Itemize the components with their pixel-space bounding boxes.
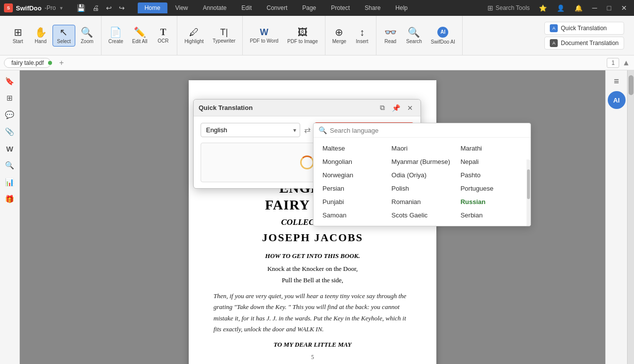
lang-item-myanmar-(burmese)[interactable]: Myanmar (Burmese) — [387, 155, 456, 168]
hand-button[interactable]: ✋ Hand — [30, 25, 52, 46]
menu-tab-share[interactable]: Share — [358, 2, 387, 13]
lang-item-nepali[interactable]: Nepali — [457, 155, 526, 168]
menu-tab-protect[interactable]: Protect — [324, 2, 357, 13]
menu-tab-edit[interactable]: Edit — [235, 2, 259, 13]
file-status-dot — [48, 61, 52, 65]
scroll-up-btn[interactable]: ▲ — [622, 58, 630, 67]
lang-item-serbian[interactable]: Serbian — [457, 208, 526, 222]
save-icon[interactable]: 💾 — [74, 3, 88, 13]
pdf-page-number: 5 — [213, 354, 412, 361]
lang-item-norwegian[interactable]: Norwegian — [318, 168, 387, 182]
menu-tab-annotate[interactable]: Annotate — [196, 2, 233, 13]
swifdoo-ai-button[interactable]: AI SwifDoo AI — [427, 25, 459, 47]
language-list-container: MalteseMaoriMarathiMongolianMyanmar (Bur… — [314, 138, 530, 226]
pdf-to-image-button[interactable]: 🖼 PDF to Image — [283, 25, 322, 46]
lang-item-portuguese[interactable]: Portuguese — [457, 182, 526, 195]
window-controls-area[interactable]: ⭐ 👤 🔔 ─ □ ✕ — [536, 3, 630, 13]
ribbon-group-tools: 👓 Read 🔍 Search AI SwifDoo AI — [376, 16, 463, 55]
ai-assistant-button[interactable]: AI — [608, 91, 626, 109]
read-button[interactable]: 👓 Read — [379, 25, 401, 46]
document-translation-icon: A — [550, 39, 558, 47]
edit-all-button[interactable]: ✏️ Edit All — [128, 25, 152, 46]
lang-item-odia-(oriya)[interactable]: Odia (Oriya) — [387, 168, 456, 182]
sidebar-fields-icon[interactable]: W — [3, 142, 17, 156]
menu-tab-home[interactable]: Home — [138, 2, 167, 13]
lang-item-maltese[interactable]: Maltese — [318, 142, 387, 155]
typewriter-icon: T| — [220, 28, 228, 37]
start-button[interactable]: ⊞ Start — [7, 25, 29, 46]
lang-item-russian[interactable]: Russian — [457, 195, 526, 208]
dropdown-scrollbar[interactable] — [527, 159, 530, 226]
sidebar-gift-icon[interactable]: 🎁 — [3, 192, 17, 206]
sidebar-search-icon[interactable]: 🔍 — [3, 158, 17, 172]
lang-item-samoan[interactable]: Samoan — [318, 208, 387, 222]
right-sidebar-settings-icon[interactable]: ≡ — [610, 74, 624, 88]
add-tab-button[interactable]: + — [56, 58, 66, 67]
qt-close-btn[interactable]: ✕ — [405, 103, 416, 113]
undo-icon[interactable]: ↩ — [103, 3, 115, 13]
qt-copy-btn[interactable]: ⧉ — [377, 103, 387, 113]
qt-dialog-header: Quick Translation ⧉ 📌 ✕ — [194, 100, 421, 116]
lang-item-punjabi[interactable]: Punjabi — [318, 195, 387, 208]
language-search-box[interactable]: 🔍 — [314, 123, 530, 138]
lang-item-scots-gaelic[interactable]: Scots Gaelic — [387, 208, 456, 222]
lang-item-maori[interactable]: Maori — [387, 142, 456, 155]
create-icon: 📄 — [109, 27, 122, 37]
ocr-button[interactable]: T OCR — [152, 26, 174, 46]
edit-all-icon: ✏️ — [134, 27, 146, 37]
pdf-to-word-button[interactable]: W PDF to Word — [246, 26, 282, 46]
highlight-button[interactable]: 🖊 Highlight — [180, 25, 208, 46]
lang-item-romanian[interactable]: Romanian — [387, 195, 456, 208]
redo-icon[interactable]: ↪ — [116, 3, 128, 13]
menu-tab-view[interactable]: View — [168, 2, 195, 13]
select-button[interactable]: ↖ Select — [53, 25, 75, 47]
scrollbar-track[interactable] — [627, 70, 634, 364]
app-sub: -Pro — [45, 4, 56, 11]
document-translation-button[interactable]: A Document Translation — [544, 37, 624, 50]
source-lang-wrap[interactable]: English — [201, 123, 300, 137]
scrollbar-thumb[interactable] — [629, 75, 634, 95]
pdf-author-block: JOSEPH JACOBS — [213, 231, 412, 244]
lang-item-marathi[interactable]: Marathi — [457, 142, 526, 155]
print-icon[interactable]: 🖨 — [89, 3, 102, 13]
right-sidebar: ≡ AI — [605, 70, 627, 364]
read-icon: 👓 — [384, 27, 397, 37]
sidebar-chart-icon[interactable]: 📊 — [3, 175, 17, 189]
minimize-btn[interactable]: ─ — [589, 3, 600, 13]
search-tools-btn[interactable]: ⊞ Search Tools — [487, 4, 529, 12]
sidebar-bookmark-icon[interactable]: 🔖 — [3, 74, 17, 88]
sidebar-comments-icon[interactable]: 💬 — [3, 108, 17, 122]
merge-button[interactable]: ⊕ Merge — [328, 25, 350, 46]
dropdown-scrollbar-thumb[interactable] — [527, 169, 530, 199]
menu-tab-convert[interactable]: Convert — [260, 2, 294, 13]
zoom-button[interactable]: 🔍 Zoom — [76, 25, 98, 46]
typewriter-button[interactable]: T| Typewriter — [209, 26, 239, 46]
language-dropdown[interactable]: 🔍 MalteseMaoriMarathiMongolianMyanmar (B… — [313, 123, 531, 226]
create-button[interactable]: 📄 Create — [105, 25, 127, 46]
search-button[interactable]: 🔍 Search — [402, 25, 426, 46]
insert-button[interactable]: ↕ Insert — [351, 25, 373, 46]
menu-tab-help[interactable]: Help — [388, 2, 415, 13]
account-icon[interactable]: 👤 — [554, 3, 568, 13]
qt-dialog-title: Quick Translation — [199, 104, 374, 111]
lang-item-polish[interactable]: Polish — [387, 182, 456, 195]
lang-item-persian[interactable]: Persian — [318, 182, 387, 195]
quick-translation-button[interactable]: A Quick Translation — [544, 22, 624, 35]
lang-item-mongolian[interactable]: Mongolian — [318, 155, 387, 168]
quick-translation-icon: A — [550, 24, 558, 32]
lang-item-pashto[interactable]: Pashto — [457, 168, 526, 182]
title-nav[interactable]: 💾 🖨 ↩ ↪ — [74, 3, 128, 13]
sidebar-attachments-icon[interactable]: 📎 — [3, 125, 17, 139]
file-tab[interactable]: fairy tale.pdf — [4, 58, 51, 68]
premium-icon[interactable]: ⭐ — [536, 3, 550, 13]
swap-languages-icon[interactable]: ⇄ — [304, 125, 311, 135]
maximize-btn[interactable]: □ — [604, 3, 614, 13]
bell-icon[interactable]: 🔔 — [572, 3, 585, 13]
language-search-input[interactable] — [330, 127, 526, 134]
menu-tabs[interactable]: Home View Annotate Edit Convert Page Pro… — [138, 2, 415, 13]
close-btn[interactable]: ✕ — [618, 3, 630, 13]
qt-pin-btn[interactable]: 📌 — [389, 103, 403, 113]
menu-tab-page[interactable]: Page — [295, 2, 323, 13]
source-language-select[interactable]: English — [201, 123, 300, 137]
sidebar-thumbnails-icon[interactable]: ⊞ — [3, 91, 17, 105]
